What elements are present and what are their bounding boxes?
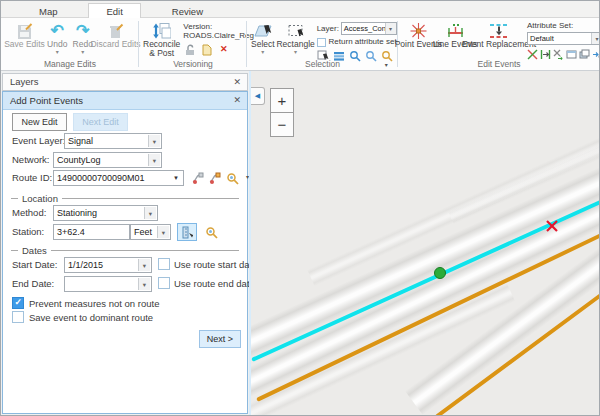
location-section-separator: Location: [11, 192, 239, 204]
route-end-marker: [545, 219, 559, 233]
group-label-manage-edits: Manage Edits: [3, 59, 137, 69]
zoom-to-route-icon[interactable]: ▾: [222, 169, 242, 187]
use-route-end-date-label: Use route end date: [174, 278, 255, 289]
redo-button[interactable]: ↷ Redo ▾: [72, 21, 95, 55]
line-events-icon: [446, 21, 465, 40]
undo-dropdown-caret[interactable]: ▾: [56, 49, 59, 55]
route-id-dropdown-caret[interactable]: ▼: [170, 172, 182, 184]
method-label: Method:: [12, 207, 46, 218]
pick-station-on-map-icon[interactable]: [177, 223, 197, 241]
rectangle-select-icon: [286, 21, 306, 40]
pane-title: Add Point Events: [10, 95, 83, 106]
collapse-panel-tab[interactable]: ◀: [251, 87, 265, 105]
save-icon: [16, 21, 33, 40]
add-point-events-header: Add Point Events ✕: [3, 92, 247, 110]
use-route-start-date-label: Use route start date: [174, 259, 257, 270]
collapse-arrow-icon: ◀: [255, 92, 260, 100]
station-unit-select[interactable]: Feet ▾: [130, 224, 171, 240]
zoom-to-station-icon[interactable]: [201, 223, 221, 241]
rectangle-select-button[interactable]: Rectangle ▾: [277, 21, 315, 55]
group-versioning: Reconcile & Post Version: ROADS.Claire_R…: [140, 18, 246, 70]
zoom-in-button[interactable]: +: [270, 88, 294, 113]
unlock-version-icon[interactable]: [183, 43, 196, 56]
undo-icon: ↶: [51, 21, 64, 40]
station-input[interactable]: 3+62.4: [53, 224, 130, 240]
point-event-marker[interactable]: [434, 267, 446, 279]
layers-pane-header[interactable]: Layers ✕: [2, 73, 248, 91]
undo-button[interactable]: ↶ Undo ▾: [46, 21, 69, 55]
return-attribute-set-checkbox[interactable]: [317, 38, 326, 47]
group-label-edit-events: Edit Events: [399, 59, 599, 69]
event-replacement-icon: [488, 21, 510, 40]
version-caption: Version:: [183, 22, 254, 31]
dates-section-separator: Dates: [11, 244, 239, 256]
discard-edits-button[interactable]: Discard Edits: [97, 21, 134, 49]
save-to-dominant-checkbox[interactable]: [12, 311, 24, 323]
group-separator: [138, 21, 139, 67]
layer-combobox[interactable]: Access_Control ▾: [341, 22, 397, 35]
end-date-picker[interactable]: ▾: [64, 276, 152, 292]
new-edit-button[interactable]: New Edit: [12, 113, 67, 131]
zoom-out-button[interactable]: −: [270, 112, 294, 137]
group-label-versioning: Versioning: [140, 59, 246, 69]
event-layer-dropdown-caret[interactable]: ▾: [148, 135, 160, 147]
layer-dropdown-caret[interactable]: ▾: [385, 23, 396, 34]
event-layer-label: Event Layer:: [12, 135, 65, 146]
pane-close-icon[interactable]: ✕: [233, 92, 241, 108]
attribute-set-combobox[interactable]: Default ▾: [527, 32, 600, 45]
start-date-label: Start Date:: [12, 259, 57, 270]
group-selection: Select ▾ Rectangle ▾ Layer: Access_Contr…: [248, 18, 397, 70]
end-date-label: End Date:: [12, 278, 54, 289]
layer-label: Layer:: [317, 24, 339, 34]
select-button[interactable]: Select ▾: [251, 21, 275, 55]
add-point-events-pane: Add Point Events ✕ New Edit Next Edit Ev…: [2, 91, 248, 414]
new-version-icon[interactable]: [200, 43, 213, 56]
route-id-combobox[interactable]: 14900000700090M01 ▼: [53, 170, 184, 186]
end-date-dropdown-caret[interactable]: ▾: [138, 278, 150, 290]
reconcile-post-button[interactable]: Reconcile & Post: [143, 21, 180, 58]
prevent-measures-checkbox[interactable]: [12, 297, 24, 309]
attribute-set-dropdown-caret[interactable]: ▾: [591, 33, 600, 44]
route-id-label: Route ID:: [12, 172, 52, 183]
attribute-set-label: Attribute Set:: [527, 21, 600, 31]
map-zoom-control: + −: [270, 88, 294, 137]
version-value: ROADS.Claire_Reg: [183, 31, 254, 40]
redo-dropdown-caret[interactable]: ▾: [81, 49, 84, 55]
next-button[interactable]: Next >: [199, 330, 241, 348]
redo-icon: ↷: [76, 21, 89, 40]
point-events-icon: [409, 21, 428, 40]
save-edits-button[interactable]: Save Edits: [6, 21, 43, 49]
trash-icon: [107, 21, 124, 40]
ribbon-tab-strip: MapEditReview: [1, 1, 599, 18]
station-label: Station:: [12, 226, 44, 237]
method-dropdown-caret[interactable]: ▾: [144, 207, 156, 219]
point-events-button[interactable]: Point Events: [402, 21, 435, 49]
start-date-dropdown-caret[interactable]: ▾: [138, 259, 150, 271]
network-select[interactable]: CountyLog ▾: [53, 152, 162, 168]
start-date-picker[interactable]: 1/1/2015 ▾: [64, 257, 152, 273]
map-view[interactable]: ◀ + −: [249, 71, 600, 415]
next-edit-button[interactable]: Next Edit: [73, 113, 128, 131]
station-unit-dropdown-caret[interactable]: ▾: [157, 226, 169, 238]
ribbon: Save Edits ↶ Undo ▾ ↷ Redo ▾ Discard Edi…: [1, 18, 599, 71]
layers-pane-title: Layers: [10, 76, 39, 87]
version-info: Version: ROADS.Claire_Reg ✕: [183, 21, 254, 56]
use-route-start-date-checkbox[interactable]: [158, 258, 170, 270]
application-window: MapEditReview Save Edits ↶ Undo ▾ ↷: [0, 0, 600, 416]
select-dropdown-caret[interactable]: ▾: [261, 49, 264, 55]
use-route-end-date-checkbox[interactable]: [158, 277, 170, 289]
group-separator: [246, 21, 247, 67]
event-layer-select[interactable]: Signal ▾: [64, 133, 162, 149]
save-to-dominant-label: Save event to dominant route: [29, 312, 153, 323]
edit-events-options: Attribute Set: Default ▾: [527, 21, 600, 61]
group-label-selection: Selection: [248, 59, 397, 69]
event-replacement-button[interactable]: Event Replacement: [475, 21, 523, 49]
rectangle-dropdown-caret[interactable]: ▾: [294, 49, 297, 55]
layers-close-icon[interactable]: ✕: [233, 74, 241, 90]
method-select[interactable]: Stationing ▾: [53, 205, 158, 221]
reconcile-icon: [152, 21, 171, 40]
network-dropdown-caret[interactable]: ▾: [148, 154, 160, 166]
prevent-measures-label: Prevent measures not on route: [29, 298, 159, 309]
delete-version-icon[interactable]: ✕: [217, 43, 230, 56]
left-panel: Layers ✕ Add Point Events ✕ New Edit Nex…: [1, 71, 249, 415]
